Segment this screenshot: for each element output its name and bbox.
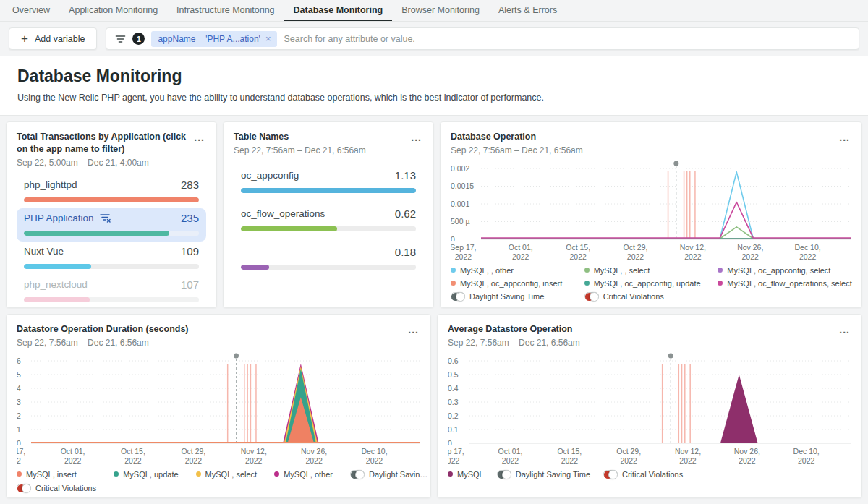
chart-svg: 0.60.50.40.30.20.10 [448,352,851,445]
bar-row[interactable]: oc_flow_operations0.62 [234,201,423,239]
panel-title: Table Names [234,131,366,143]
legend-item[interactable]: MySQL, oc_appconfig, update [584,279,718,288]
chart-plot[interactable]: 0.0020.00150.001500 µ0 [451,160,851,241]
panel-timerange: Sep 22, 7:56am – Dec 21, 6:56am [451,145,583,155]
legend-dot [196,471,201,477]
legend-label: MySQL, other [284,470,333,479]
filter-icon [115,35,126,43]
panel-table-names: Table Names Sep 22, 7:56am – Dec 21, 6:5… [223,121,434,308]
y-tick-label: 0.4 [448,383,459,392]
panel-title: Database Operation [451,131,583,143]
panel-menu-button[interactable]: ... [409,131,423,144]
y-tick-label: 2 [17,411,21,419]
bar-track [24,231,199,236]
bar-list: php_lighttpd283PHP Application235Nuxt Vu… [17,175,206,308]
legend-toggle-critical-violations[interactable]: Critical Violations [603,470,683,479]
nav-tab-infrastructure-monitoring[interactable]: Infrastructure Monitoring [167,0,284,21]
legend-label: Critical Violations [35,484,96,492]
legend-item[interactable]: MySQL, insert [17,470,96,479]
series-area [720,375,758,443]
chart-legend: MySQL, , otherMySQL, , selectMySQL, oc_a… [451,266,851,301]
legend-item[interactable]: MySQL, select [196,470,258,479]
y-tick-label: 0 [451,234,455,241]
toggle-icon [603,470,618,478]
legend-item[interactable]: MySQL, oc_appconfig, insert [451,279,584,288]
legend-item[interactable]: MySQL, other [274,470,333,479]
y-tick-label: 0.5 [448,370,459,378]
legend-dot [17,471,22,477]
nav-tab-database-monitoring[interactable]: Database Monitoring [284,0,393,21]
x-tick-label: Sep 17,2022 [17,447,25,464]
legend-toggle-critical-violations[interactable]: Critical Violations [584,292,718,301]
y-tick-label: 4 [17,383,21,392]
legend-dot [718,281,723,286]
bar-row[interactable]: 0.18 [234,239,423,278]
legend-item[interactable]: MySQL, oc_flow_operations, select [718,279,851,288]
add-variable-button[interactable]: + Add variable [9,27,97,50]
chip-close-icon[interactable]: × [265,34,271,43]
legend-label: MySQL, oc_flow_operations, select [727,279,851,288]
legend-dot [448,471,453,477]
legend-item[interactable]: MySQL [448,470,484,479]
legend-label: MySQL, oc_appconfig, insert [460,279,562,288]
bar-row-label: php_nextcloud [24,278,88,291]
panel-menu-button[interactable]: ... [192,131,206,144]
panel-timerange: Sep 22, 7:56am – Dec 21, 6:56am [17,338,189,348]
legend-label: MySQL, , other [460,266,514,275]
bar-row[interactable]: php_nextcloud107 [17,275,206,308]
bar-track [241,188,416,193]
chart-legend: MySQL, insertMySQL, updateMySQL, selectM… [17,470,420,492]
legend-item[interactable]: MySQL, , other [451,266,584,275]
top-nav: OverviewApplication MonitoringInfrastruc… [0,0,868,22]
y-tick-label: 3 [17,397,21,406]
bar-fill [24,297,90,302]
x-tick-label: Oct 15,2022 [557,447,582,464]
legend-item[interactable]: MySQL, oc_appconfig, select [718,266,851,275]
dashboard-body: Total Transactions by Application (click… [0,116,868,504]
nav-tab-alerts-errors[interactable]: Alerts & Errors [489,0,566,21]
legend-item[interactable]: MySQL, update [114,470,178,479]
filter-search-box[interactable]: 1 appName = 'PHP A...ation' × Search for… [106,27,859,50]
nav-tab-overview[interactable]: Overview [3,0,59,21]
panel-menu-button[interactable]: ... [407,323,420,336]
panel-menu-button[interactable]: ... [838,323,851,336]
y-tick-label: 0.002 [451,163,469,172]
y-tick-label: 1 [17,424,21,433]
nav-tab-browser-monitoring[interactable]: Browser Monitoring [392,0,489,21]
x-tick-label: Oct 01,2022 [61,447,85,464]
nav-tab-application-monitoring[interactable]: Application Monitoring [59,0,167,21]
x-tick-label: Dec 10,2022 [361,447,387,464]
remove-filter-icon[interactable] [100,213,111,223]
legend-item[interactable]: MySQL, , select [584,266,718,275]
bar-row-label: oc_appconfig [241,169,299,182]
bar-row[interactable]: php_lighttpd283 [17,175,206,208]
y-tick-label: 0.0015 [451,181,474,190]
legend-label: Critical Violations [603,292,664,301]
chart-plot[interactable]: 6543210 [17,352,420,445]
bar-row[interactable]: PHP Application235 [17,208,206,242]
add-variable-label: Add variable [35,34,85,44]
panel-title: Average Datastore Operation [448,323,580,336]
legend-toggle-daylight-saving-time[interactable]: Daylight Saving Time [497,470,590,479]
bar-row[interactable]: Nuxt Vue109 [17,242,206,275]
legend-dot [114,471,119,477]
bar-row-label: Nuxt Vue [24,245,64,258]
legend-label: Daylight Saving Time [369,470,431,479]
legend-toggle-daylight-saving-time[interactable]: Daylight Saving Time [350,470,431,479]
panel-timerange: Sep 22, 7:56am – Dec 21, 6:56am [234,145,366,155]
filter-chip[interactable]: appName = 'PHP A...ation' × [151,31,277,47]
x-tick-label: Nov 26,2022 [737,243,763,260]
filter-bar: + Add variable 1 appName = 'PHP A...atio… [0,22,868,56]
y-tick-label: 6 [17,356,21,364]
bar-fill [241,265,269,270]
x-tick-label: Nov 26,2022 [301,447,327,464]
legend-toggle-critical-violations[interactable]: Critical Violations [17,484,96,492]
panel-menu-button[interactable]: ... [838,131,851,144]
filter-count-badge: 1 [132,33,145,45]
legend-dot [451,281,456,286]
chart-plot[interactable]: 0.60.50.40.30.20.10 [448,352,851,445]
x-tick-label: Sep 17,2022 [451,243,477,260]
bar-row[interactable]: oc_appconfig1.13 [234,163,423,201]
legend-toggle-daylight-saving-time[interactable]: Daylight Saving Time [451,292,584,301]
legend-label: Daylight Saving Time [469,292,544,301]
